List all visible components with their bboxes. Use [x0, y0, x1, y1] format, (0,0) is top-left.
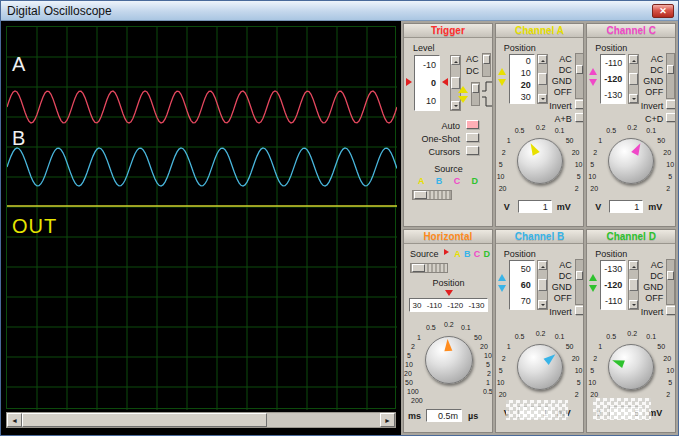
gain-knob[interactable]	[608, 344, 654, 390]
knob-scale-label: 1	[486, 379, 490, 386]
scope-scrollbar[interactable]: ◄ ►	[6, 412, 396, 428]
source-b-label[interactable]: B	[464, 249, 471, 259]
scroll-right-button[interactable]: ►	[380, 413, 395, 427]
knob-scale-label: 0.1	[461, 324, 471, 331]
volts-unit-label: V	[504, 202, 510, 212]
invert-label: Invert	[546, 101, 572, 111]
title-bar[interactable]: Digital Oscilloscope ✕	[1, 1, 678, 21]
coupling-switch[interactable]	[666, 259, 675, 305]
position-scrollbar[interactable]	[628, 260, 639, 310]
switch-thumb[interactable]	[576, 65, 583, 74]
dc-label: DC	[550, 65, 572, 75]
scroll-thumb[interactable]	[629, 73, 638, 85]
switch-thumb[interactable]	[483, 55, 490, 64]
horizontal-position-slider[interactable]: 30 -110 -120 -130	[409, 298, 488, 312]
slider-thumb[interactable]	[412, 264, 425, 272]
position-value: 50	[510, 264, 534, 274]
trigger-coupling-switch[interactable]	[482, 53, 491, 77]
position-slider[interactable]: 0 10 20 30	[509, 54, 535, 104]
scroll-thumb[interactable]	[629, 279, 638, 291]
scroll-up-icon[interactable]	[538, 261, 547, 270]
knob-scale-label: 1	[598, 343, 602, 350]
switch-thumb[interactable]	[667, 271, 674, 280]
scroll-thumb[interactable]	[22, 413, 267, 427]
scroll-up-icon[interactable]	[451, 56, 460, 65]
gain-knob[interactable]	[517, 344, 563, 390]
knob-scale-label: 5	[668, 173, 672, 180]
position-scrollbar[interactable]	[537, 260, 548, 310]
position-down-icon[interactable]	[589, 285, 597, 292]
trigger-oneshot-button[interactable]	[466, 133, 479, 142]
invert-button[interactable]	[666, 306, 676, 315]
scroll-up-icon[interactable]	[538, 55, 547, 64]
source-c-label[interactable]: C	[474, 249, 481, 259]
timebase-knob[interactable]	[425, 336, 473, 384]
scroll-thumb[interactable]	[538, 73, 547, 85]
trigger-source-channels[interactable]: A B C D	[418, 176, 478, 186]
sum-button[interactable]	[666, 113, 676, 122]
source-a-label[interactable]: A	[454, 249, 461, 259]
invert-button[interactable]	[666, 100, 676, 109]
source-a-label[interactable]: A	[418, 176, 425, 186]
scroll-up-icon[interactable]	[629, 261, 638, 270]
trigger-level-slider[interactable]: -10 0 10	[414, 55, 440, 111]
switch-thumb[interactable]	[472, 84, 479, 93]
switch-thumb[interactable]	[576, 271, 583, 280]
source-c-label[interactable]: C	[454, 176, 461, 186]
position-up-icon[interactable]	[589, 274, 597, 281]
horizontal-source-channels[interactable]: A B C D	[444, 249, 490, 259]
position-value: 20	[510, 80, 534, 90]
knob-scale-label: 0.1	[646, 333, 656, 340]
source-d-label[interactable]: D	[484, 249, 491, 259]
position-value: -110	[601, 58, 625, 68]
trigger-cursors-button[interactable]	[466, 146, 479, 155]
switch-thumb[interactable]	[667, 65, 674, 74]
position-scrollbar[interactable]	[537, 54, 548, 104]
position-slider[interactable]: -130 -120 -110	[600, 260, 626, 310]
trigger-edge-switch[interactable]	[471, 82, 480, 106]
position-up-icon[interactable]	[498, 68, 506, 75]
trigger-edge-selector-icon[interactable]	[481, 80, 493, 108]
knob-pointer-icon	[527, 141, 540, 155]
coupling-switch[interactable]	[575, 53, 584, 99]
trigger-level-value: 0	[415, 78, 439, 88]
trigger-auto-button[interactable]	[466, 120, 479, 129]
gain-knob[interactable]	[608, 138, 654, 184]
position-up-icon[interactable]	[498, 274, 506, 281]
position-scrollbar[interactable]	[628, 54, 639, 104]
gain-knob[interactable]	[517, 138, 563, 184]
source-b-label[interactable]: B	[436, 176, 443, 186]
close-button[interactable]: ✕	[652, 4, 674, 18]
sum-button[interactable]	[575, 113, 585, 122]
gain-knob-area: 0.5 0.2 0.1 1 2 5 10 20 50 20 10 5 2	[588, 124, 675, 198]
gain-knob-area: 0.5 0.2 0.1 1 2 5 10 20 50 20 10 5 2	[588, 330, 675, 404]
knob-scale-label: 1	[507, 137, 511, 144]
trigger-section: Trigger Level -10 0 10 AC DC	[403, 23, 493, 227]
knob-scale-label: 0.1	[555, 127, 565, 134]
slider-thumb[interactable]	[414, 191, 427, 199]
source-d-label[interactable]: D	[471, 176, 478, 186]
position-value: -130	[601, 90, 625, 100]
scroll-up-icon[interactable]	[629, 55, 638, 64]
scroll-left-button[interactable]: ◄	[7, 413, 22, 427]
position-down-icon[interactable]	[498, 79, 506, 86]
position-slider[interactable]: -110 -120 -130	[600, 54, 626, 104]
position-slider[interactable]: 50 60 70	[509, 260, 535, 310]
channel-b-section: Channel B Position 50 60 70 AC DC GND OF…	[495, 229, 585, 433]
position-up-icon[interactable]	[589, 68, 597, 75]
invert-button[interactable]	[575, 306, 585, 315]
scroll-thumb[interactable]	[538, 279, 547, 291]
invert-button[interactable]	[575, 100, 585, 109]
ac-label: AC	[550, 54, 572, 64]
position-down-icon[interactable]	[589, 79, 597, 86]
coupling-switch[interactable]	[575, 259, 584, 305]
knob-scale-label: 50	[566, 343, 574, 350]
coupling-switch[interactable]	[666, 53, 675, 99]
waveform-display	[7, 27, 397, 410]
knob-scale-label: 20	[480, 343, 488, 350]
knob-scale-label: 10	[405, 361, 413, 368]
sum-label: C+D	[641, 114, 663, 124]
position-down-icon[interactable]	[498, 285, 506, 292]
horizontal-source-slider[interactable]	[410, 263, 448, 273]
trigger-source-slider[interactable]	[412, 190, 452, 200]
